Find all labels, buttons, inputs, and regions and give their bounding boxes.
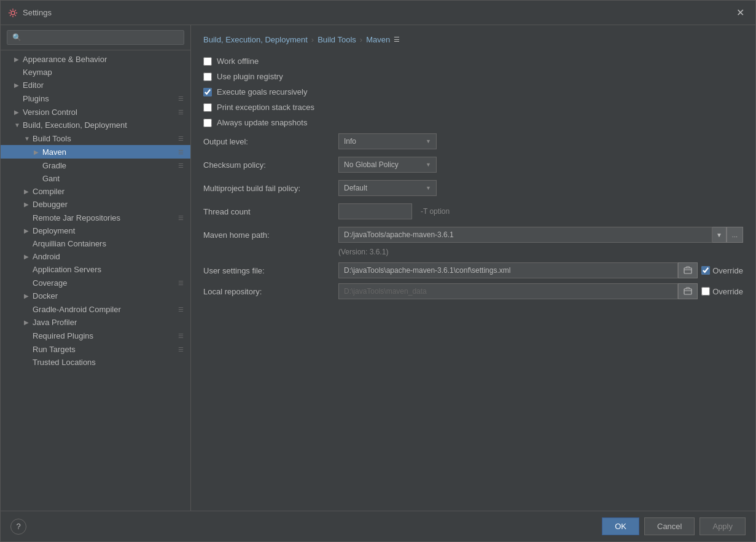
sidebar-item-appearance[interactable]: ▶ Appearance & Behavior (1, 53, 190, 66)
maven-home-input[interactable] (338, 227, 712, 243)
sidebar-item-android[interactable]: ▶ Android (1, 250, 190, 263)
expand-arrow: ▶ (34, 149, 42, 155)
work-offline-checkbox[interactable] (203, 57, 212, 66)
execute-goals-checkbox[interactable] (203, 88, 212, 96)
checksum-policy-dropdown[interactable]: No Global Policy ▼ (338, 157, 437, 173)
menu-icon: ☰ (176, 147, 185, 157)
always-update-row: Always update snapshots (203, 118, 743, 127)
svg-rect-2 (684, 289, 692, 294)
sidebar-item-java-profiler[interactable]: ▶ Java Profiler (1, 316, 190, 329)
t-option-label: -T option (421, 207, 450, 216)
user-settings-override-text: Override (712, 266, 743, 275)
breadcrumb-part3: Maven (366, 35, 390, 44)
sidebar-item-label: Coverage (33, 278, 176, 288)
close-button[interactable]: ✕ (733, 6, 748, 20)
checksum-policy-row: Checksum policy: No Global Policy ▼ (203, 157, 743, 173)
sidebar-item-label: Java Profiler (33, 318, 185, 327)
user-settings-input[interactable] (338, 262, 678, 278)
sidebar-item-label: Run Targets (33, 345, 176, 354)
sidebar-item-build-exec[interactable]: ▼ Build, Execution, Deployment (1, 119, 190, 132)
work-offline-label[interactable]: Work offline (217, 57, 259, 66)
sidebar-item-coverage[interactable]: Coverage ☰ (1, 276, 190, 289)
sidebar-item-app-servers[interactable]: Application Servers (1, 263, 190, 276)
sidebar-tree: ▶ Appearance & Behavior Keymap ▶ Editor … (1, 50, 190, 511)
cancel-button[interactable]: Cancel (644, 517, 695, 535)
title-bar-left: Settings (8, 8, 52, 18)
sidebar-item-label: Gradle (42, 161, 176, 170)
search-input[interactable] (7, 30, 184, 45)
sidebar-item-keymap[interactable]: Keymap (1, 66, 190, 79)
sidebar-item-trusted[interactable]: Trusted Locations (1, 356, 190, 369)
thread-count-control: -T option (338, 203, 450, 219)
use-plugin-registry-checkbox[interactable] (203, 73, 212, 81)
always-update-checkbox[interactable] (203, 119, 212, 127)
settings-dialog: Settings ✕ ▶ Appearance & Behavior Keyma… (0, 0, 756, 542)
expand-arrow: ▶ (14, 109, 23, 116)
dialog-body: ▶ Appearance & Behavior Keymap ▶ Editor … (1, 25, 755, 511)
sidebar-item-label: Docker (33, 291, 185, 300)
local-repo-input-wrap (338, 283, 698, 299)
sidebar-item-arquillian[interactable]: Arquillian Containers (1, 237, 190, 250)
always-update-label[interactable]: Always update snapshots (217, 118, 307, 127)
sidebar-item-label: Build Tools (33, 134, 176, 143)
menu-icon: ☰ (176, 331, 185, 340)
sidebar-item-gradle-android[interactable]: Gradle-Android Compiler ☰ (1, 302, 190, 316)
breadcrumb-menu-btn[interactable]: ☰ (394, 36, 400, 44)
use-plugin-registry-label[interactable]: Use plugin registry (217, 72, 283, 81)
menu-icon: ☰ (176, 160, 185, 170)
sidebar-item-docker[interactable]: ▶ Docker (1, 289, 190, 302)
sidebar-item-gradle[interactable]: Gradle ☰ (1, 159, 190, 172)
local-repo-label: Local repository: (203, 287, 338, 296)
help-button[interactable]: ? (10, 519, 26, 535)
sidebar-item-label: Android (33, 252, 185, 261)
expand-arrow: ▶ (24, 188, 33, 195)
user-settings-override-label[interactable]: Override (701, 266, 743, 275)
local-repo-override-text: Override (712, 287, 743, 296)
sidebar-item-deployment[interactable]: ▶ Deployment (1, 224, 190, 237)
sidebar-item-build-tools[interactable]: ▼ Build Tools ☰ (1, 132, 190, 145)
print-exception-label[interactable]: Print exception stack traces (217, 103, 314, 112)
user-settings-override-checkbox[interactable] (701, 266, 710, 275)
ok-button[interactable]: OK (602, 517, 639, 535)
sidebar-item-required-plugins[interactable]: Required Plugins ☰ (1, 329, 190, 342)
multiproject-policy-label: Multiproject build fail policy: (203, 184, 338, 193)
print-exception-checkbox[interactable] (203, 103, 212, 112)
sidebar-item-gant[interactable]: Gant (1, 172, 190, 185)
sidebar-item-maven[interactable]: ▶ Maven ☰ (1, 145, 190, 159)
thread-count-input[interactable] (338, 203, 412, 219)
maven-home-browse-btn[interactable]: ... (727, 227, 743, 243)
sidebar-item-label: Build, Execution, Deployment (23, 120, 185, 130)
apply-button[interactable]: Apply (699, 517, 746, 535)
output-level-dropdown[interactable]: Info ▼ (338, 133, 437, 149)
expand-arrow: ▼ (24, 135, 33, 142)
sidebar-item-version-control[interactable]: ▶ Version Control ☰ (1, 105, 190, 119)
local-repo-override-checkbox[interactable] (701, 287, 710, 296)
multiproject-policy-control: Default ▼ (338, 180, 437, 196)
user-settings-browse-btn[interactable] (678, 262, 698, 278)
local-repo-input[interactable] (338, 283, 678, 299)
sidebar-item-plugins[interactable]: Plugins ☰ (1, 92, 190, 105)
sidebar-item-debugger[interactable]: ▶ Debugger (1, 198, 190, 211)
local-repo-override-label[interactable]: Override (701, 287, 743, 296)
execute-goals-label[interactable]: Execute goals recursively (217, 87, 307, 96)
expand-arrow: ▶ (14, 82, 23, 88)
main-content: Build, Execution, Deployment › Build Too… (191, 25, 755, 511)
svg-rect-1 (684, 268, 692, 273)
checksum-policy-control: No Global Policy ▼ (338, 157, 437, 173)
sidebar-item-label: Compiler (33, 187, 185, 196)
user-settings-control: Override (338, 262, 743, 278)
sidebar-item-run-targets[interactable]: Run Targets ☰ (1, 342, 190, 356)
expand-arrow: ▶ (24, 319, 33, 326)
breadcrumb-part1[interactable]: Build, Execution, Deployment (203, 35, 308, 44)
local-repo-browse-btn[interactable] (678, 283, 698, 299)
maven-home-dropdown-btn[interactable]: ▼ (712, 227, 727, 243)
maven-home-label: Maven home path: (203, 230, 338, 240)
sidebar-item-remote-jar[interactable]: Remote Jar Repositories ☰ (1, 211, 190, 224)
sidebar-item-compiler[interactable]: ▶ Compiler (1, 185, 190, 198)
output-level-value: Info (344, 137, 356, 146)
sidebar-item-editor[interactable]: ▶ Editor (1, 79, 190, 92)
sidebar-item-label: Arquillian Containers (33, 239, 185, 248)
multiproject-policy-dropdown[interactable]: Default ▼ (338, 180, 437, 196)
breadcrumb-part2[interactable]: Build Tools (318, 35, 356, 44)
menu-icon: ☰ (176, 133, 185, 143)
